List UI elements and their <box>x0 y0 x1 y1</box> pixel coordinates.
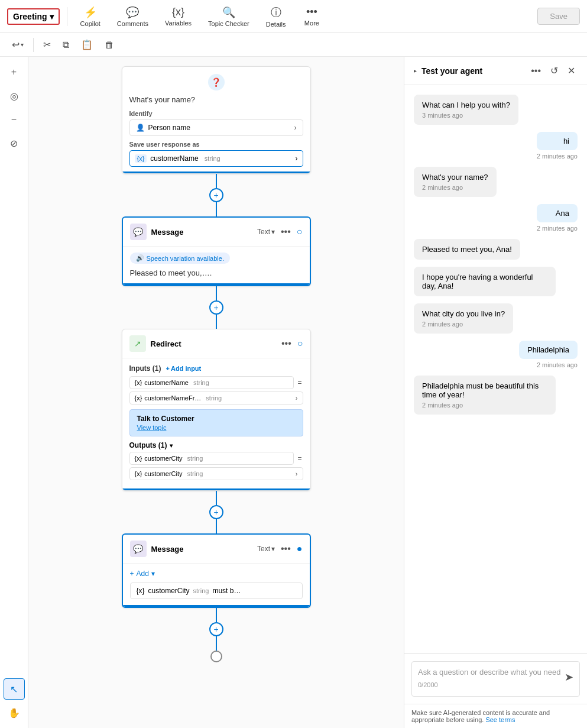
paste-button[interactable]: 📋 <box>76 37 98 53</box>
right-panel-header: ▸ Test your agent ••• ↺ ✕ <box>404 57 587 85</box>
undo-chevron: ▾ <box>21 41 24 48</box>
chat-message-3: What's your name? 2 minutes ago <box>414 167 497 197</box>
block-button[interactable]: ⊘ <box>4 132 25 154</box>
output-var-type: string <box>187 455 203 462</box>
cut-button[interactable]: ✂ <box>38 37 56 53</box>
message-node-1-icon: 💬 <box>130 224 147 240</box>
end-node <box>210 651 222 662</box>
input-from-field[interactable]: {x} customerNameFr… string › <box>129 391 303 405</box>
connector-line-5 <box>216 491 217 505</box>
message-node-1-title: Message <box>151 228 253 237</box>
chat-input-container: Ask a question or describe what you need… <box>411 661 580 697</box>
zoom-out-button[interactable]: − <box>4 109 25 130</box>
blue-progress-bar <box>122 172 310 173</box>
output-var-brace: {x} <box>135 455 142 462</box>
input-var-field[interactable]: {x} customerName string <box>129 376 294 389</box>
outputs-toggle[interactable]: Outputs (1) ▾ <box>129 441 303 449</box>
redirect-input-row-2: {x} customerNameFr… string › <box>129 391 303 405</box>
copilot-button[interactable]: ⚡ Copilot <box>74 4 106 30</box>
redirect-output-row-2: {x} customerCity string › <box>129 467 303 480</box>
chat-area: What can I help you with? 3 minutes ago … <box>404 85 587 653</box>
chat-text-3: What's your name? <box>422 173 488 182</box>
comments-icon: 💬 <box>126 6 139 19</box>
message-text-dropdown[interactable]: Text ▾ <box>257 228 275 236</box>
message-kebab-2[interactable]: ••• <box>280 543 292 554</box>
center-view-button[interactable]: ◎ <box>4 85 25 106</box>
input-from-brace: {x} <box>135 394 142 402</box>
speech-icon: 🔊 <box>136 254 144 262</box>
chat-message-4: Ana 2 minutes ago <box>537 204 578 232</box>
add-node-button-4[interactable]: + <box>209 622 223 636</box>
details-button[interactable]: ⓘ Details <box>260 3 292 30</box>
chat-text-7: What city do you live in? <box>422 309 505 318</box>
redirect-output-row-1: {x} customerCity string = <box>129 452 303 465</box>
chat-message-5: Pleased to meet you, Ana! <box>414 239 520 260</box>
delete-button[interactable]: 🗑 <box>100 37 119 53</box>
chat-input-area: Ask a question or describe what you need… <box>404 653 587 704</box>
variable-box[interactable]: {x} customerName string › <box>129 150 303 167</box>
equals-sign-1: = <box>296 378 303 387</box>
variables-button[interactable]: {x} Variables <box>159 4 197 29</box>
canvas-area[interactable]: ❓ What's your name? Identify 👤 Person na… <box>28 57 404 728</box>
variables-icon: {x} <box>172 6 184 18</box>
comments-button[interactable]: 💬 Comments <box>111 4 154 30</box>
greeting-button[interactable]: Greeting ▾ <box>7 8 60 25</box>
topic-checker-button[interactable]: 🔍 Topic Checker <box>202 4 255 30</box>
chat-time-1: 3 minutes ago <box>422 112 510 119</box>
chat-text-6: I hope you're having a wonderful day, An… <box>422 273 547 290</box>
undoredo-bar: ↩ ▾ ✂ ⧉ 📋 🗑 <box>0 33 587 57</box>
add-node-button-3[interactable]: + <box>209 505 223 519</box>
var-brace-icon: {x} <box>135 154 147 163</box>
chat-time-8: 2 minutes ago <box>519 361 578 368</box>
chat-input-placeholder[interactable]: Ask a question or describe what you need <box>418 668 573 677</box>
send-button[interactable]: ➤ <box>565 671 573 684</box>
content-var-name: customerCity <box>148 587 190 595</box>
hand-tool-button[interactable]: ✋ <box>4 702 25 723</box>
cursor-tool-button[interactable]: ↖ <box>4 678 25 700</box>
identify-field[interactable]: 👤 Person name › <box>129 119 303 136</box>
panel-close-button[interactable]: ✕ <box>565 64 578 77</box>
details-icon: ⓘ <box>271 5 281 20</box>
add-input-button[interactable]: + Add input <box>166 365 202 372</box>
inputs-title: Inputs (1) <box>129 364 161 373</box>
block-icon: ⊘ <box>10 138 18 149</box>
customer-name-var: customerName <box>150 154 198 163</box>
redirect-kebab[interactable]: ••• <box>280 338 293 349</box>
copy-button[interactable]: ⧉ <box>58 37 74 53</box>
save-button[interactable]: Save <box>537 8 580 25</box>
copilot-label: Copilot <box>80 20 100 27</box>
message-node-1-body: 🔊 Speech variation available. Pleased to… <box>123 247 310 283</box>
message-blue-bar-1 <box>123 283 310 285</box>
add-node-button-2[interactable]: + <box>209 300 223 315</box>
plus-icon: + <box>166 365 170 372</box>
output-from-field[interactable]: {x} customerCity string › <box>129 467 303 480</box>
panel-more-button[interactable]: ••• <box>528 64 543 77</box>
output-var-field[interactable]: {x} customerCity string <box>129 452 294 465</box>
message-node-2-header: 💬 Message Text ▾ ••• ● <box>123 535 310 564</box>
message-kebab-1[interactable]: ••• <box>280 227 292 237</box>
chat-time-4: 2 minutes ago <box>537 225 578 232</box>
message-text-dropdown-2[interactable]: Text ▾ <box>257 545 275 553</box>
add-content-button[interactable]: + Add ▾ <box>130 570 303 578</box>
save-response-label: Save user response as <box>129 141 303 148</box>
topic-ref-title: Talk to Customer <box>137 415 296 423</box>
panel-expand-icon[interactable]: ▸ <box>414 67 417 74</box>
more-button[interactable]: ••• More <box>296 4 327 29</box>
question-node-icon: ❓ <box>208 74 225 90</box>
var-chevron: › <box>296 154 298 163</box>
chat-time-9: 2 minutes ago <box>422 402 547 409</box>
see-terms-link[interactable]: See terms <box>485 716 515 723</box>
redirect-inputs-section: Inputs (1) + Add input {x} customerName … <box>129 364 303 405</box>
center-icon: ◎ <box>10 90 18 102</box>
connector-line-1 <box>216 174 217 188</box>
view-topic-link[interactable]: View topic <box>137 424 296 431</box>
undo-button[interactable]: ↩ ▾ <box>7 37 28 53</box>
chat-text-5: Pleased to meet you, Ana! <box>422 245 512 254</box>
chat-text-9: Philadelphia must be beautiful this time… <box>422 381 547 399</box>
add-node-button-1[interactable]: + <box>209 188 223 202</box>
chat-text-2: hi <box>537 132 578 150</box>
zoom-in-button[interactable]: + <box>4 62 25 83</box>
panel-actions: ••• ↺ ✕ <box>528 64 578 77</box>
panel-refresh-button[interactable]: ↺ <box>548 64 560 77</box>
zoom-in-icon: + <box>11 67 17 77</box>
